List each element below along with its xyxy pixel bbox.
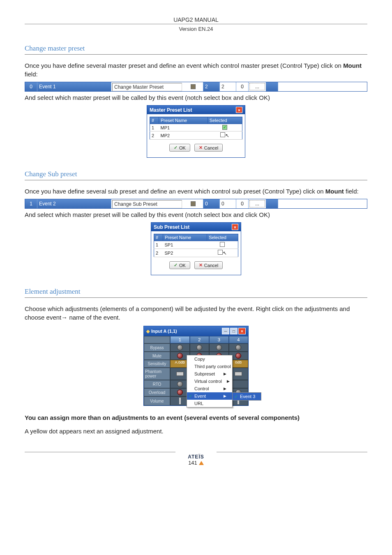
channel-tab-1[interactable]: 1 — [170, 336, 190, 343]
section-change-sub-preset: Change Sub preset Once you have define s… — [25, 170, 367, 275]
cursor-icon: ↖ — [223, 250, 227, 256]
event-name[interactable]: Event 2 — [37, 199, 111, 208]
event-row-2: 1 Event 2 Change Sub Preset 0 0 0 ... — [25, 199, 367, 209]
ok-button[interactable]: OK — [169, 144, 190, 152]
dialog-titlebar: Sub Preset List × — [151, 223, 241, 231]
menu-event[interactable]: Event▶ Event 3 — [187, 392, 232, 400]
menu-virtual-control[interactable]: Virtual control▶ — [187, 378, 232, 385]
event-checkbox[interactable] — [183, 199, 203, 208]
menu-third-party-control[interactable]: Third party control — [187, 363, 232, 370]
chevron-right-icon: ▶ — [227, 379, 230, 383]
select-checkbox[interactable] — [220, 242, 225, 247]
col-preset-name: Preset Name — [159, 117, 208, 124]
heading-underline — [25, 180, 367, 180]
chevron-right-icon: ▶ — [224, 387, 226, 391]
cursor-icon: ↖ — [225, 133, 229, 138]
row-bypass: Bypass — [144, 343, 170, 352]
version-label: Version EN.24 — [25, 26, 367, 32]
col-preset-name: Preset Name — [163, 234, 207, 241]
chevron-right-icon: ▶ — [224, 394, 226, 398]
col-number: # — [154, 234, 163, 241]
window-titlebar[interactable]: ◆ Input A (1,1) ─ □ × — [144, 326, 248, 336]
manual-title: UAPG2 MANUAL — [25, 16, 367, 23]
heading-change-master-preset: Change master preset — [25, 44, 367, 53]
master-preset-dialog: Master Preset List × # Preset Name Selec… — [147, 105, 245, 158]
bypass-knob[interactable] — [229, 343, 249, 352]
channel-tab-4[interactable]: 4 — [229, 336, 249, 343]
table-row[interactable]: 1 MP1 — [150, 124, 242, 131]
section-change-master-preset: Change master preset Once you have defin… — [25, 44, 367, 158]
intro-text-1: Once you have define several master pres… — [25, 61, 367, 78]
event-mount-button[interactable]: ... — [249, 200, 265, 207]
close-icon[interactable]: × — [236, 107, 242, 113]
select-checkbox[interactable] — [222, 125, 227, 130]
cancel-button[interactable]: Cancel — [194, 144, 223, 152]
event-row-1: 0 Event 1 Change Master Preset 2 2 0 ... — [25, 82, 367, 92]
event-number: 1 — [25, 199, 37, 208]
maximize-icon[interactable]: □ — [230, 328, 238, 334]
row-rto: RTO — [144, 380, 170, 388]
event-val-1: 2 — [203, 82, 220, 91]
ok-button[interactable]: OK — [169, 261, 190, 269]
cancel-button[interactable]: Cancel — [194, 261, 223, 269]
input-a-window: ◆ Input A (1,1) ─ □ × 1 2 3 4 Bypass — [143, 326, 249, 406]
page-number: 141 — [188, 460, 204, 466]
event-name[interactable]: Event 1 — [37, 82, 111, 91]
close-icon[interactable]: × — [238, 328, 246, 334]
col-number: # — [150, 117, 159, 124]
row-volume: Volume — [144, 396, 170, 405]
channel-tab-3[interactable]: 3 — [209, 336, 229, 343]
menu-subpreset[interactable]: Subpreset▶ — [187, 370, 232, 378]
bypass-knob[interactable] — [209, 343, 229, 352]
ateis-logo: ATEÏS — [25, 454, 367, 460]
col-selected: Selected — [207, 234, 238, 241]
page-footer: ATEÏS 141 — [25, 452, 367, 466]
row-mute: Mute — [144, 352, 170, 360]
header-rule — [25, 24, 367, 24]
preset-table: # Preset Name Selected 1 MP1 2 MP2 ↖ — [150, 117, 242, 140]
row-sensitivity: Sensitivity — [144, 360, 170, 368]
table-row[interactable]: 2 MP2 ↖ — [150, 131, 242, 140]
event-submenu[interactable]: Event 3 — [232, 392, 261, 401]
select-checkbox[interactable] — [220, 132, 225, 137]
yellow-dot-note: A yellow dot appears next an assigned ad… — [25, 427, 367, 435]
heading-underline — [25, 297, 367, 298]
submenu-event-3[interactable]: Event 3 — [233, 393, 261, 400]
bypass-knob[interactable] — [190, 343, 210, 352]
menu-copy[interactable]: Copy — [187, 355, 232, 363]
menu-control[interactable]: Control▶ — [187, 385, 232, 392]
close-icon[interactable]: × — [232, 224, 238, 230]
section-element-adjustment: Element adjustment Choose which adjustme… — [25, 288, 367, 435]
manual-header: UAPG2 MANUAL Version EN.24 — [25, 16, 367, 32]
context-menu[interactable]: Copy Third party control Subpreset▶ Virt… — [187, 355, 233, 408]
channel-tab-2[interactable]: 2 — [190, 336, 210, 343]
event-checkbox[interactable] — [183, 82, 203, 91]
event-val-2[interactable]: 0 — [220, 199, 236, 208]
table-row[interactable]: 1 SP1 — [154, 241, 238, 249]
event-row-end — [266, 199, 278, 208]
event-control-type[interactable]: Change Sub Preset — [112, 200, 182, 208]
minimize-icon[interactable]: ─ — [222, 328, 229, 334]
heading-element-adjustment: Element adjustment — [25, 288, 367, 296]
assign-note: You can assign more than on adjustments … — [25, 413, 367, 422]
intro-text-2: Once you have define several sub preset … — [25, 187, 367, 196]
dialog-title-text: Master Preset List — [150, 107, 192, 113]
table-row[interactable]: 2 SP2 ↖ — [154, 249, 238, 257]
select-checkbox[interactable] — [218, 250, 223, 255]
event-row-end — [266, 82, 278, 91]
instruction-text-2: And select which master preset will be c… — [25, 210, 367, 219]
triangle-icon — [199, 461, 204, 465]
chevron-right-icon: ▶ — [224, 372, 226, 376]
menu-url[interactable]: URL — [187, 400, 232, 407]
event-control-type[interactable]: Change Master Preset — [112, 83, 182, 91]
event-mount-button[interactable]: ... — [249, 83, 265, 90]
event-val-1: 0 — [203, 199, 220, 208]
instruction-text-1: And select which master preset will be c… — [25, 93, 367, 102]
heading-change-sub-preset: Change Sub preset — [25, 170, 367, 178]
preset-table: # Preset Name Selected 1 SP1 2 SP2 ↖ — [154, 234, 238, 257]
dialog-titlebar: Master Preset List × — [147, 106, 245, 114]
event-val-3: 0 — [236, 82, 249, 91]
bypass-knob[interactable] — [170, 343, 190, 352]
event-val-2[interactable]: 2 — [220, 82, 236, 91]
event-val-3: 0 — [236, 199, 249, 208]
